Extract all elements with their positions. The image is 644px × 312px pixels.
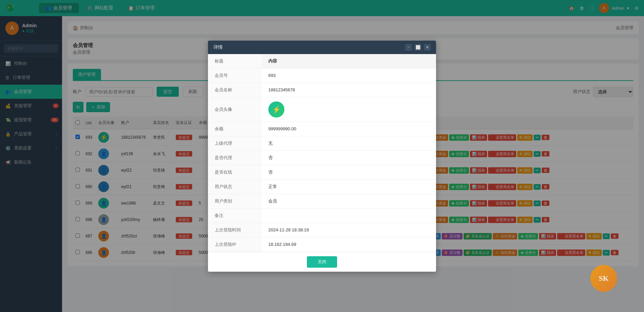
modal-close-footer-btn[interactable]: 关闭 <box>307 256 337 268</box>
modal-field-value-7: 正常 <box>262 179 436 194</box>
modal-field-value-10: 2024-11-28 18:38:19 <box>262 223 436 237</box>
modal-field-label-0: 会员号 <box>208 68 262 83</box>
detail-modal: 详情 － ⬜ ✕ 标题 内容 会员号 693 会员名称 18812345678 <box>208 41 436 272</box>
modal-header-content: 内容 <box>262 54 436 69</box>
modal-restore-btn[interactable]: ⬜ <box>415 44 421 51</box>
modal-field-value-avatar: ⚡ <box>262 97 436 122</box>
modal-close-btn[interactable]: ✕ <box>424 44 431 51</box>
modal-footer: 关闭 <box>208 252 436 272</box>
modal-field-label-5: 是否代理 <box>208 150 262 165</box>
modal-field-label-1: 会员名称 <box>208 83 262 97</box>
modal-field-value-1: 18812345678 <box>262 83 436 97</box>
modal-field-value-3: 999999990.00 <box>262 122 436 136</box>
modal-field-value-11: 18.162.194.69 <box>262 237 436 252</box>
modal-field-value-8: 会员 <box>262 194 436 208</box>
modal-field-value-5: 否 <box>262 150 436 165</box>
modal-field-value-9 <box>262 208 436 223</box>
modal-field-label-9: 备注 <box>208 208 262 223</box>
modal-header: 详情 － ⬜ ✕ <box>208 41 436 54</box>
modal-field-label-8: 用户类别 <box>208 194 262 208</box>
member-avatar-display: ⚡ <box>268 101 284 118</box>
modal-field-label-11: 上次登陆IP <box>208 237 262 252</box>
modal-minimize-btn[interactable]: － <box>405 44 412 51</box>
modal-controls: － ⬜ ✕ <box>405 44 431 51</box>
modal-field-label-4: 上级代理 <box>208 136 262 150</box>
modal-field-label-10: 上次登陆时间 <box>208 223 262 237</box>
modal-field-value-0: 693 <box>262 68 436 83</box>
modal-field-label-6: 是否在线 <box>208 165 262 179</box>
modal-field-value-6: 否 <box>262 165 436 179</box>
modal-header-label: 标题 <box>208 54 262 69</box>
modal-title: 详情 <box>213 44 223 50</box>
modal-field-label-2: 会员头像 <box>208 97 262 122</box>
modal-field-label-3: 余额 <box>208 122 262 136</box>
modal-body: 标题 内容 会员号 693 会员名称 18812345678 会员头像 ⚡ <box>208 54 436 252</box>
modal-detail-table: 标题 内容 会员号 693 会员名称 18812345678 会员头像 ⚡ <box>208 54 436 252</box>
modal-field-value-4: 无 <box>262 136 436 150</box>
modal-overlay: 详情 － ⬜ ✕ 标题 内容 会员号 693 会员名称 18812345678 <box>0 0 644 312</box>
modal-field-label-7: 用户状态 <box>208 179 262 194</box>
